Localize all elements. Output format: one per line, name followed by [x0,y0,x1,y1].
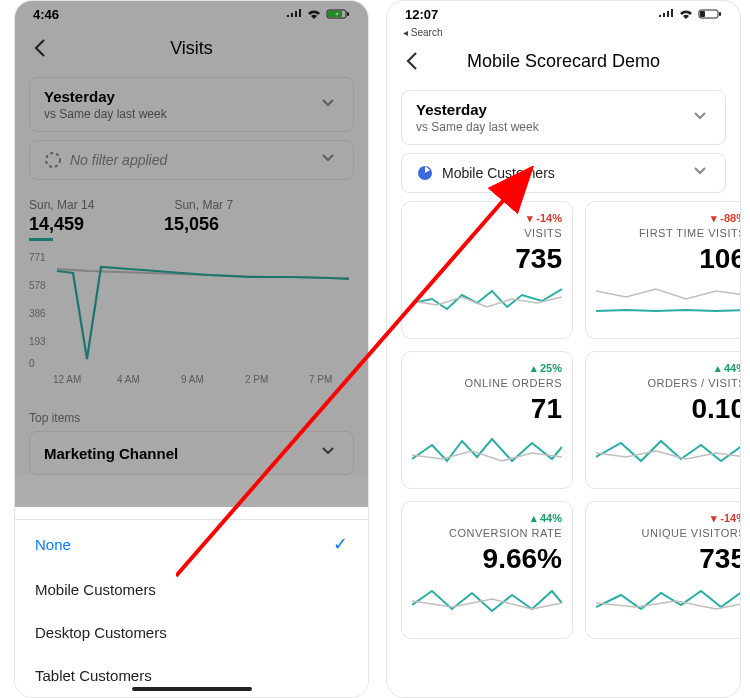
metric-card-unique-visitors[interactable]: ▾ -14% UNIQUE VISITORS 735 [585,501,741,639]
filter-label: Mobile Customers [442,165,685,181]
date-range-label: Yesterday [416,101,539,118]
date-range-selector[interactable]: Yesterday vs Same day last week [401,90,726,145]
battery-low-icon [698,8,722,20]
sparkline [596,581,741,632]
metric-card-online-orders[interactable]: ▴ 25% ONLINE ORDERS 71 [401,351,573,489]
sparkline [412,431,562,482]
metric-card-orders-per-visit[interactable]: ▴ 44% ORDERS / VISITS 0.10 [585,351,741,489]
back-button[interactable] [401,50,423,72]
metric-value: 735 [412,243,562,275]
metric-name: ONLINE ORDERS [412,377,562,389]
status-bar: 12:07 [387,1,740,27]
metric-value: 71 [412,393,562,425]
page-title: Mobile Scorecard Demo [387,51,740,72]
metric-name: ORDERS / VISITS [596,377,741,389]
check-icon: ✓ [333,533,348,555]
delta-value: ▴ 25% [412,362,562,375]
metric-value: 0.10 [596,393,741,425]
status-time: 12:07 [405,7,438,22]
chevron-down-icon [693,164,711,182]
sparkline [596,431,741,482]
metrics-grid: ▾ -14% VISITS 735 ▾ -88% FIRST TIME VISI… [387,201,740,653]
back-search-link[interactable]: ◂ Search [387,27,740,40]
delta-value: ▾ -14% [596,512,741,525]
status-icons [658,8,722,20]
delta-value: ▴ 44% [412,512,562,525]
delta-value: ▾ -88% [596,212,741,225]
delta-value: ▴ 44% [596,362,741,375]
metric-card-conversion-rate[interactable]: ▴ 44% CONVERSION RATE 9.66% [401,501,573,639]
metric-name: UNIQUE VISITORS [596,527,741,539]
sparkline [412,281,562,332]
segment-icon [416,164,434,182]
metric-value: 9.66% [412,543,562,575]
metric-value: 735 [596,543,741,575]
svg-rect-15 [700,11,705,17]
metric-card-visits[interactable]: ▾ -14% VISITS 735 [401,201,573,339]
metric-card-first-time-visits[interactable]: ▾ -88% FIRST TIME VISITS 106 [585,201,741,339]
wifi-icon [678,9,694,20]
metric-name: FIRST TIME VISITS [596,227,741,239]
modal-backdrop[interactable] [15,1,368,507]
sheet-item-desktop[interactable]: Desktop Customers [15,611,368,654]
phone-right-scorecard: 12:07 ◂ Search Mobile Scorecard Demo Yes… [386,0,741,698]
metric-name: CONVERSION RATE [412,527,562,539]
filter-selector[interactable]: Mobile Customers [401,153,726,193]
home-indicator [132,687,252,691]
sparkline [412,581,562,632]
metric-value: 106 [596,243,741,275]
sparkline [596,281,741,332]
sheet-item-mobile[interactable]: Mobile Customers [15,568,368,611]
cellular-icon [658,9,674,19]
nav-bar: Mobile Scorecard Demo [387,40,740,82]
sheet-item-none[interactable]: None ✓ [15,520,368,568]
metric-name: VISITS [412,227,562,239]
delta-value: ▾ -14% [412,212,562,225]
filter-action-sheet: None ✓ Mobile Customers Desktop Customer… [15,519,368,697]
svg-rect-16 [719,12,721,16]
chevron-down-icon [693,109,711,127]
date-range-sub: vs Same day last week [416,120,539,134]
phone-left-visits: 4:46 Visits Yesterday vs [14,0,369,698]
